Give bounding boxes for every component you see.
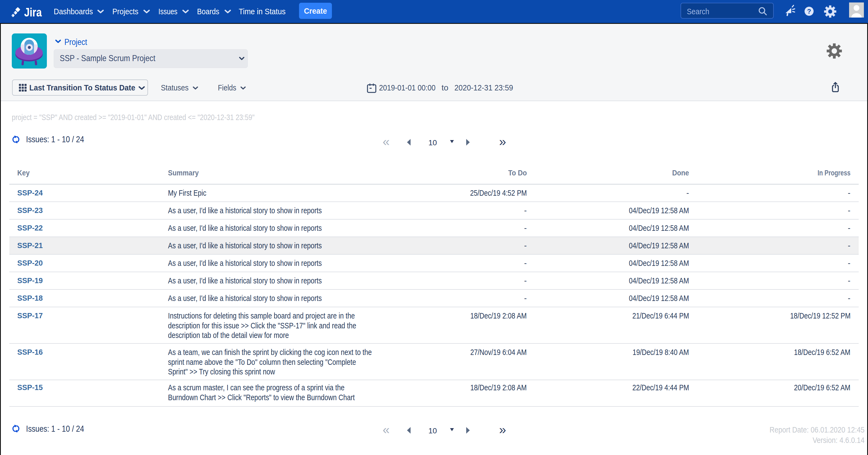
svg-text:?: ?: [807, 8, 811, 15]
